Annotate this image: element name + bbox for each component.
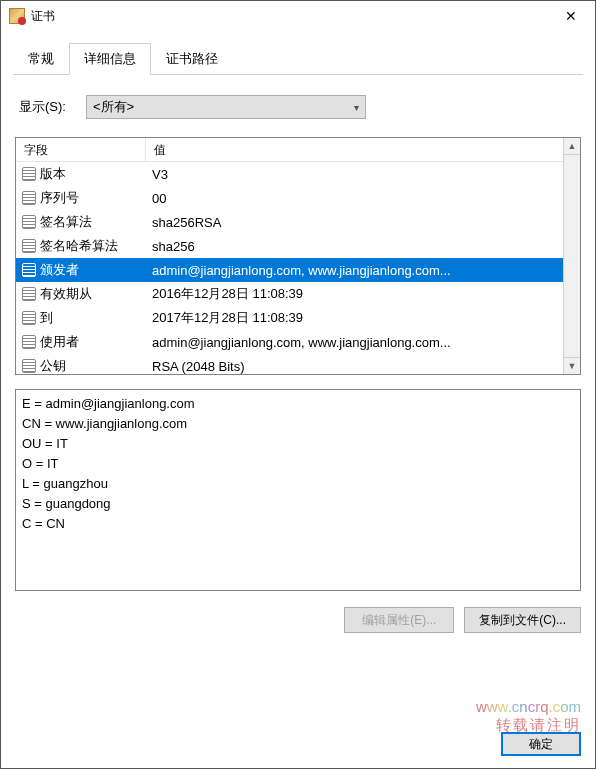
table-row[interactable]: 到2017年12月28日 11:08:39 bbox=[16, 306, 580, 330]
field-name: 版本 bbox=[40, 165, 66, 183]
certificate-icon bbox=[9, 8, 25, 24]
ok-button[interactable]: 确定 bbox=[501, 732, 581, 756]
field-value: sha256 bbox=[146, 234, 580, 258]
watermark: www.cncrq.com 转载请注明 bbox=[476, 698, 581, 734]
tab-details[interactable]: 详细信息 bbox=[69, 43, 151, 75]
field-name: 签名算法 bbox=[40, 213, 92, 231]
edit-properties-button: 编辑属性(E)... bbox=[344, 607, 454, 633]
table-row[interactable]: 序列号00 bbox=[16, 186, 580, 210]
show-select[interactable]: <所有> ▾ bbox=[86, 95, 366, 119]
field-value: 2016年12月28日 11:08:39 bbox=[146, 282, 580, 306]
tab-general[interactable]: 常规 bbox=[13, 43, 69, 75]
table-row[interactable]: 签名算法sha256RSA bbox=[16, 210, 580, 234]
scroll-down-icon[interactable]: ▼ bbox=[564, 357, 580, 374]
field-icon bbox=[22, 239, 36, 253]
field-icon bbox=[22, 215, 36, 229]
field-name: 有效期从 bbox=[40, 285, 92, 303]
field-icon bbox=[22, 263, 36, 277]
fields-list: 字段 值 版本V3序列号00签名算法sha256RSA签名哈希算法sha256颁… bbox=[15, 137, 581, 375]
button-row: 编辑属性(E)... 复制到文件(C)... bbox=[13, 607, 583, 633]
field-name: 序列号 bbox=[40, 189, 79, 207]
show-row: 显示(S): <所有> ▾ bbox=[13, 95, 583, 119]
copy-to-file-button[interactable]: 复制到文件(C)... bbox=[464, 607, 581, 633]
field-icon bbox=[22, 167, 36, 181]
ok-row: 确定 bbox=[501, 732, 581, 756]
field-name: 使用者 bbox=[40, 333, 79, 351]
field-value: RSA (2048 Bits) bbox=[146, 354, 580, 375]
field-icon bbox=[22, 191, 36, 205]
field-icon bbox=[22, 359, 36, 373]
field-icon bbox=[22, 335, 36, 349]
col-field[interactable]: 字段 bbox=[16, 138, 146, 161]
fields-body[interactable]: 版本V3序列号00签名算法sha256RSA签名哈希算法sha256颁发者adm… bbox=[16, 162, 580, 375]
table-row[interactable]: 使用者admin@jiangjianlong.com, www.jiangjia… bbox=[16, 330, 580, 354]
tab-strip: 常规 详细信息 证书路径 bbox=[13, 43, 583, 75]
field-value: 00 bbox=[146, 186, 580, 210]
close-button[interactable]: ✕ bbox=[551, 2, 591, 30]
field-name: 到 bbox=[40, 309, 53, 327]
field-value: V3 bbox=[146, 162, 580, 186]
show-select-value: <所有> bbox=[93, 98, 134, 116]
tab-cert-path[interactable]: 证书路径 bbox=[151, 43, 233, 75]
field-value: sha256RSA bbox=[146, 210, 580, 234]
detail-textarea[interactable]: E = admin@jiangjianlong.com CN = www.jia… bbox=[15, 389, 581, 591]
table-row[interactable]: 签名哈希算法sha256 bbox=[16, 234, 580, 258]
chevron-down-icon: ▾ bbox=[354, 102, 359, 113]
field-name: 颁发者 bbox=[40, 261, 79, 279]
table-row[interactable]: 版本V3 bbox=[16, 162, 580, 186]
title-bar: 证书 ✕ bbox=[1, 1, 595, 31]
scroll-up-icon[interactable]: ▲ bbox=[564, 138, 580, 155]
field-value: 2017年12月28日 11:08:39 bbox=[146, 306, 580, 330]
field-icon bbox=[22, 287, 36, 301]
watermark-url: www.cncrq.com bbox=[476, 698, 581, 716]
field-value: admin@jiangjianlong.com, www.jiangjianlo… bbox=[146, 258, 580, 282]
table-row[interactable]: 公钥RSA (2048 Bits) bbox=[16, 354, 580, 375]
table-row[interactable]: 颁发者admin@jiangjianlong.com, www.jiangjia… bbox=[16, 258, 580, 282]
fields-header: 字段 值 bbox=[16, 138, 580, 162]
field-name: 签名哈希算法 bbox=[40, 237, 118, 255]
field-value: admin@jiangjianlong.com, www.jiangjianlo… bbox=[146, 330, 580, 354]
col-value[interactable]: 值 bbox=[146, 138, 580, 161]
table-row[interactable]: 有效期从2016年12月28日 11:08:39 bbox=[16, 282, 580, 306]
dialog-content: 常规 详细信息 证书路径 显示(S): <所有> ▾ 字段 值 版本V3序列号0… bbox=[1, 31, 595, 645]
scrollbar[interactable]: ▲ ▼ bbox=[563, 138, 580, 374]
window-title: 证书 bbox=[31, 8, 551, 25]
field-name: 公钥 bbox=[40, 357, 66, 375]
field-icon bbox=[22, 311, 36, 325]
show-label: 显示(S): bbox=[19, 98, 66, 116]
